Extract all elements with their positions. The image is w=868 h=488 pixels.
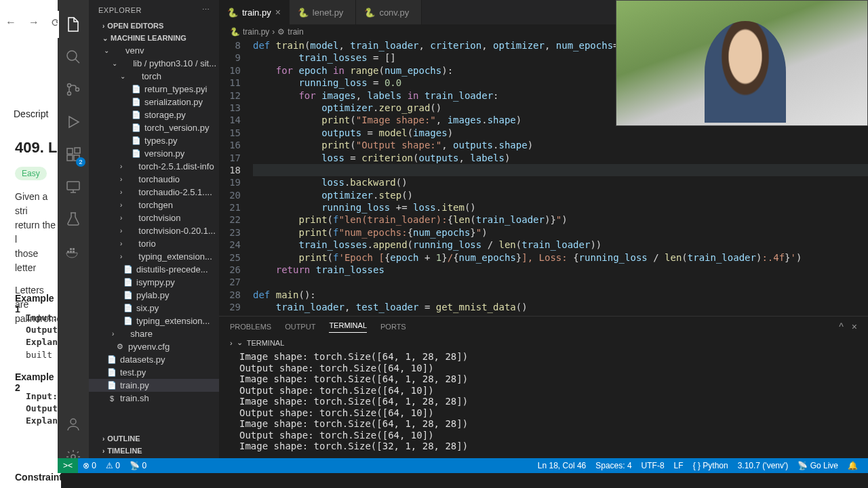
file-tree-item[interactable]: 📄train.py [89,379,219,392]
extensions-icon[interactable]: 2 [64,145,83,164]
status-language[interactable]: { } Python [688,461,733,470]
svg-rect-8 [67,182,79,190]
status-ports[interactable]: 📡 0 [125,461,151,470]
svg-rect-4 [67,148,73,154]
activity-bar: 2 1 [58,0,89,473]
chevron-down-icon: ⌄ [237,338,243,347]
file-tree-item[interactable]: 📄pylab.py [89,289,219,302]
svg-rect-5 [67,155,73,161]
breadcrumb-file: train.py [243,27,269,37]
browser-back-icon[interactable]: ← [5,16,16,29]
file-tree-item[interactable]: ⌄torch [89,70,219,83]
file-tree-item[interactable]: 📄datasets.py [89,353,219,366]
editor-tab[interactable]: 🐍lenet.py [290,0,357,24]
panel-tab-terminal[interactable]: TERMINAL [329,321,367,333]
panel-close-icon[interactable]: × [852,321,857,332]
chevron-right-icon: › [230,339,233,347]
file-tree-item[interactable]: 📄isympy.py [89,276,219,289]
svg-rect-13 [73,248,75,250]
extensions-badge: 2 [76,157,85,167]
source-control-icon[interactable] [64,80,83,99]
timeline-section[interactable]: ›TIMELINE [89,445,219,457]
chevron-right-icon: › [272,27,275,37]
status-interpreter[interactable]: 3.10.7 ('venv') [733,461,793,470]
svg-point-3 [76,88,79,92]
file-tree-item[interactable]: ›share [89,327,219,340]
file-tree-item[interactable]: ›typing_extension... [89,250,219,263]
explorer-sidebar: EXPLORER ⋯ ›OPEN EDITORS ⌄MACHINE LEARNI… [89,0,219,458]
file-tree-item[interactable]: 📄test.py [89,366,219,379]
browser-forward-icon[interactable]: → [28,16,39,29]
file-tree-item[interactable]: ⌄venv [89,44,219,57]
status-cursor-position[interactable]: Ln 18, Col 46 [533,461,591,470]
status-encoding[interactable]: UTF-8 [637,461,669,470]
status-eol[interactable]: LF [669,461,688,470]
breadcrumb-symbol: train [288,27,303,37]
status-golive[interactable]: 📡 Go Live [793,461,843,470]
panel-tabs: PROBLEMS OUTPUT TERMINAL PORTS ^ × [219,317,868,337]
file-tree-item[interactable]: ›torio [89,237,219,250]
leetcode-constraints-heading: Constraint [15,472,62,483]
file-tree-item[interactable]: 📄distutils-precede... [89,263,219,276]
editor-tab[interactable]: 🐍conv.py [356,0,422,24]
remote-icon[interactable] [64,178,83,197]
search-icon[interactable] [64,47,83,66]
browser-nav: ← → ⟳ [5,16,60,29]
file-tree-item[interactable]: 📄types.py [89,134,219,147]
status-warnings[interactable]: ⚠ 0 [101,461,125,470]
svg-point-2 [68,92,71,96]
file-tree-item[interactable]: ⌄lib / python3.10 / sit... [89,57,219,70]
sidebar-more-icon[interactable]: ⋯ [202,5,210,14]
open-editors-section[interactable]: ›OPEN EDITORS [89,20,219,32]
leetcode-problem-title: 409. L [15,139,57,157]
status-bell-icon[interactable]: 🔔 [843,461,863,470]
file-tree-item[interactable]: 📄version.py [89,147,219,160]
status-indentation[interactable]: Spaces: 4 [591,461,636,470]
leetcode-tab-description[interactable]: Descript [14,108,48,119]
leetcode-difficulty-badge: Easy [15,167,47,180]
file-tree-item[interactable]: 📄storage.py [89,108,219,121]
file-tree-item[interactable]: 📄typing_extension... [89,314,219,327]
file-tree-item[interactable]: ›torchvision [89,211,219,224]
webcam-overlay [616,0,868,126]
file-tree-item[interactable]: $train.sh [89,392,219,405]
panel-maximize-icon[interactable]: ^ [839,321,844,332]
svg-rect-7 [75,148,80,153]
leetcode-panel: Descript 409. L Easy Given a stri return… [0,41,61,488]
file-tree-item[interactable]: ›torch-2.5.1.dist-info [89,160,219,173]
account-icon[interactable] [64,415,83,434]
svg-point-1 [68,84,71,87]
file-tree-item[interactable]: ›torchaudio-2.5.1.... [89,186,219,199]
panel-tab-problems[interactable]: PROBLEMS [230,323,271,331]
terminal-header[interactable]: › ⌄ TERMINAL [219,337,868,348]
file-tree-item[interactable]: ›torchvision-0.20.1... [89,224,219,237]
testing-icon[interactable] [64,210,83,229]
breadcrumb-file-icon: 🐍 [230,27,240,37]
svg-point-0 [67,51,77,60]
file-tree-item[interactable]: 📄return_types.pyi [89,83,219,96]
terminal-output[interactable]: Image shape: torch.Size([64, 1, 28, 28])… [219,348,868,455]
panel-tab-output[interactable]: OUTPUT [285,323,315,331]
status-remote[interactable]: >< [58,458,78,473]
file-tree-item[interactable]: 📄torch_version.py [89,121,219,134]
bottom-panel: PROBLEMS OUTPUT TERMINAL PORTS ^ × › ⌄ T… [219,316,868,458]
outline-section[interactable]: ›OUTLINE [89,432,219,445]
project-section[interactable]: ⌄MACHINE LEARNING [89,32,219,44]
svg-rect-12 [70,248,72,250]
breadcrumb-symbol-icon: ⚙ [277,27,285,37]
editor-tab[interactable]: 🐍train.py× [219,0,290,24]
run-debug-icon[interactable] [64,113,83,131]
file-tree: ⌄venv⌄lib / python3.10 / sit...⌄torch📄re… [89,44,219,405]
status-bar: >< ⊗ 0 ⚠ 0 📡 0 Ln 18, Col 46 Spaces: 4 U… [58,458,868,473]
file-tree-item[interactable]: 📄serialization.py [89,96,219,108]
file-tree-item[interactable]: ›torchgen [89,199,219,211]
docker-icon[interactable] [64,243,83,262]
file-tree-item[interactable]: ›torchaudio [89,173,219,186]
file-tree-item[interactable]: 📄six.py [89,302,219,314]
line-gutter: 8910111213141516171819202122232425262728… [219,39,253,338]
svg-point-14 [71,419,76,424]
file-tree-item[interactable]: ⚙pyvenv.cfg [89,340,219,353]
panel-tab-ports[interactable]: PORTS [380,323,406,331]
explorer-icon[interactable] [64,15,83,34]
status-errors[interactable]: ⊗ 0 [78,461,101,470]
